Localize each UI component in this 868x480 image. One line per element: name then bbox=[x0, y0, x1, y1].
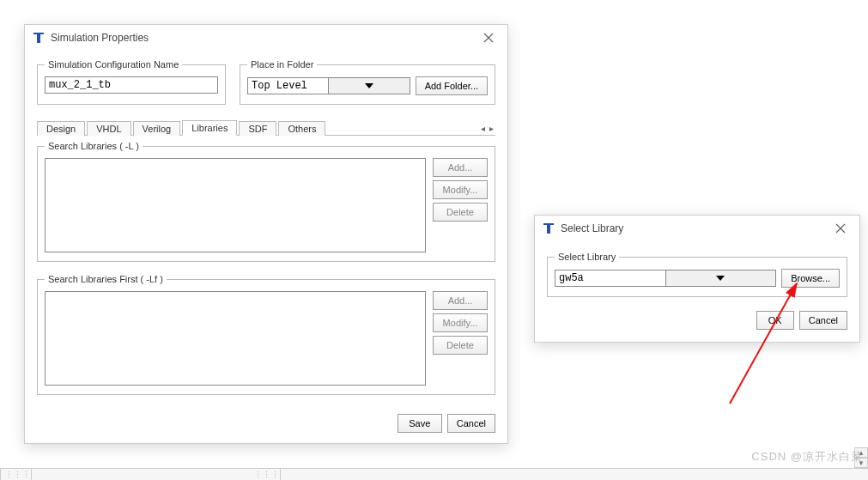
splitter-grip-icon[interactable]: ⋮⋮⋮ bbox=[5, 468, 31, 480]
select-library-title: Select Library bbox=[561, 222, 829, 234]
search-libs-add-button[interactable]: Add... bbox=[433, 158, 488, 177]
svg-rect-6 bbox=[547, 225, 550, 234]
search-libs-first-modify-button[interactable]: Modify... bbox=[433, 313, 488, 332]
tabs: Design VHDL Verilog Libraries SDF Others… bbox=[37, 117, 495, 136]
tab-others[interactable]: Others bbox=[278, 121, 325, 136]
dialog-title: Simulation Properties bbox=[51, 32, 476, 44]
select-library-group: Select Library gw5a Browse... bbox=[547, 252, 847, 297]
search-libraries-first-group: Search Libraries First ( -Lf ) Add... Mo… bbox=[37, 274, 495, 395]
chevron-down-icon bbox=[665, 270, 776, 286]
svg-rect-1 bbox=[37, 34, 40, 43]
dialog-titlebar: Simulation Properties bbox=[25, 25, 507, 51]
folder-combo[interactable]: Top Level bbox=[247, 77, 410, 94]
place-in-folder-group: Place in Folder Top Level Add Folder... bbox=[240, 59, 495, 105]
search-libraries-list[interactable] bbox=[45, 158, 426, 252]
search-libraries-first-legend: Search Libraries First ( -Lf ) bbox=[45, 274, 167, 284]
search-libs-modify-button[interactable]: Modify... bbox=[433, 180, 488, 199]
app-icon bbox=[32, 31, 46, 45]
ok-button[interactable]: OK bbox=[756, 311, 794, 330]
tab-vhdl[interactable]: VHDL bbox=[87, 121, 131, 136]
tab-verilog[interactable]: Verilog bbox=[133, 121, 181, 136]
splitter-grip-icon[interactable]: ⋮⋮⋮ bbox=[254, 468, 280, 480]
library-combo-value: gw5a bbox=[555, 271, 665, 285]
statusbar: ⋮⋮⋮ ⋮⋮⋮ bbox=[0, 468, 868, 480]
search-libs-delete-button[interactable]: Delete bbox=[433, 203, 488, 222]
watermark: CSDN @凉开水白菜 bbox=[751, 449, 863, 465]
tabs-scroll-icon[interactable]: ◂▸ bbox=[478, 124, 495, 135]
select-cancel-button[interactable]: Cancel bbox=[799, 311, 847, 330]
select-library-titlebar: Select Library bbox=[535, 216, 859, 241]
library-combo[interactable]: gw5a bbox=[555, 270, 776, 287]
close-icon[interactable] bbox=[829, 220, 853, 237]
search-libraries-legend: Search Libraries ( -L ) bbox=[45, 141, 143, 151]
browse-button[interactable]: Browse... bbox=[781, 269, 840, 288]
close-icon[interactable] bbox=[476, 29, 501, 46]
config-name-input[interactable] bbox=[45, 76, 218, 94]
config-name-legend: Simulation Configuration Name bbox=[45, 59, 182, 70]
svg-rect-5 bbox=[543, 223, 554, 225]
simulation-properties-dialog: Simulation Properties Simulation Configu… bbox=[24, 24, 508, 444]
svg-rect-0 bbox=[33, 33, 44, 34]
svg-marker-4 bbox=[365, 83, 373, 88]
tab-sdf[interactable]: SDF bbox=[239, 121, 276, 136]
app-icon bbox=[542, 222, 555, 235]
save-button[interactable]: Save bbox=[398, 414, 442, 433]
search-libraries-group: Search Libraries ( -L ) Add... Modify...… bbox=[37, 141, 495, 262]
chevron-down-icon bbox=[328, 78, 409, 94]
select-library-legend: Select Library bbox=[555, 252, 619, 262]
search-libs-first-delete-button[interactable]: Delete bbox=[433, 336, 488, 355]
search-libs-first-add-button[interactable]: Add... bbox=[433, 291, 488, 310]
config-name-group: Simulation Configuration Name bbox=[37, 59, 226, 105]
place-in-folder-legend: Place in Folder bbox=[247, 59, 317, 70]
tab-design[interactable]: Design bbox=[37, 121, 85, 136]
tab-libraries[interactable]: Libraries bbox=[182, 120, 237, 136]
select-library-dialog: Select Library Select Library gw5a Brows… bbox=[534, 215, 860, 343]
folder-combo-value: Top Level bbox=[248, 79, 328, 93]
svg-marker-9 bbox=[716, 276, 725, 281]
search-libraries-first-list[interactable] bbox=[45, 291, 426, 386]
add-folder-button[interactable]: Add Folder... bbox=[416, 76, 488, 95]
cancel-button[interactable]: Cancel bbox=[447, 414, 495, 433]
